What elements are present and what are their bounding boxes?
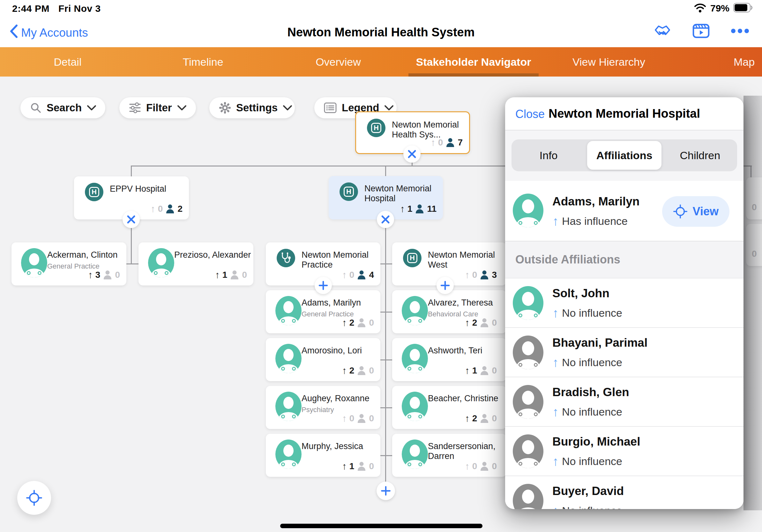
- panel-tab-affiliations[interactable]: Affiliations: [587, 141, 661, 170]
- tab-timeline[interactable]: Timeline: [135, 47, 270, 77]
- doctor-avatar: [402, 439, 428, 469]
- recenter-button[interactable]: [17, 481, 51, 515]
- connector-line: [380, 407, 392, 408]
- crosshair-icon: [26, 490, 42, 506]
- org-node-amorosino-lori[interactable]: Amorosino, Lori ↑2 0: [266, 338, 380, 381]
- tab-map[interactable]: Map: [676, 47, 762, 77]
- org-node-partial[interactable]: 0: [746, 177, 762, 220]
- settings-button[interactable]: Settings: [209, 97, 295, 118]
- filter-button[interactable]: Filter: [119, 97, 196, 118]
- affiliation-row[interactable]: Buyer, David ↑No influence: [505, 476, 743, 509]
- influence-arrow-icon: ↑: [552, 454, 559, 469]
- outside-affiliations-header: Outside Affiliations: [505, 241, 743, 279]
- doctor-avatar: [513, 385, 543, 419]
- influence-label: No influence: [562, 504, 622, 509]
- influence-arrow-icon: ↑: [552, 306, 559, 320]
- chevron-down-icon: [177, 105, 187, 111]
- org-node-beacher-christine[interactable]: Beacher, Christine ↑2 0: [392, 386, 506, 429]
- org-node-prezioso-alexander[interactable]: Prezioso, Alexander ↑1 0: [138, 242, 253, 286]
- org-node-murphy-jessica[interactable]: Murphy, Jessica ↑1 0: [266, 434, 380, 477]
- panel-tab-info[interactable]: Info: [511, 139, 585, 171]
- connector-line: [380, 312, 392, 312]
- up-arrow-icon: ↑: [342, 461, 347, 472]
- influence-arrow-icon: ↑: [552, 214, 559, 229]
- expand-node-button[interactable]: [436, 277, 454, 294]
- org-node-alvarez-theresa[interactable]: Alvarez, Theresa Behavioral Care ↑2 0: [392, 290, 506, 333]
- nav-bar: My Accounts Newton Memorial Health Syste…: [0, 17, 762, 47]
- up-arrow-icon: ↑: [342, 317, 347, 328]
- connector-line: [380, 455, 392, 456]
- connector-line: [385, 166, 386, 177]
- person-icon: [357, 270, 366, 280]
- hospital-icon: H: [367, 119, 385, 137]
- person-icon: [480, 366, 489, 375]
- battery-percent: 79%: [710, 3, 729, 14]
- person-icon: [480, 270, 489, 280]
- collapse-node-button[interactable]: [122, 211, 140, 228]
- up-arrow-icon: ↑: [465, 317, 470, 328]
- close-x-icon: [381, 215, 390, 224]
- affiliate-name: Bhayani, Parimal: [552, 336, 648, 350]
- influence-label: No influence: [562, 455, 622, 468]
- affiliation-row[interactable]: Solt, John ↑No influence: [505, 279, 743, 328]
- affiliate-name: Adams, Marilyn: [552, 195, 640, 208]
- affiliation-row-primary[interactable]: Adams, Marilyn ↑ Has influence View: [505, 181, 743, 241]
- tab-detail[interactable]: Detail: [0, 47, 135, 77]
- person-icon: [230, 270, 239, 280]
- connector-line: [126, 263, 138, 264]
- chevron-down-icon: [283, 105, 292, 111]
- person-icon: [357, 366, 366, 375]
- detail-panel: Close Newton Memorial Hospital Info Affi…: [505, 97, 743, 509]
- more-options-icon[interactable]: [731, 29, 749, 33]
- hospital-icon: H: [85, 183, 104, 201]
- affiliate-name: Buyer, David: [552, 485, 624, 498]
- affiliate-name: Burgio, Michael: [552, 435, 640, 448]
- view-button[interactable]: View: [662, 196, 729, 227]
- close-x-icon: [408, 150, 417, 159]
- person-icon: [415, 204, 424, 214]
- collapse-node-button[interactable]: [377, 211, 394, 228]
- plus-icon: [319, 281, 328, 290]
- affiliation-row[interactable]: Burgio, Michael ↑No influence: [505, 427, 743, 476]
- expand-node-button[interactable]: [315, 277, 332, 294]
- connector-line: [385, 220, 386, 491]
- org-node-adams-marilyn[interactable]: Adams, Marilyn General Practice ↑2 0: [266, 290, 380, 333]
- collapse-node-button[interactable]: [403, 146, 420, 163]
- connector-line: [750, 166, 751, 178]
- influence-arrow-icon: ↑: [552, 503, 559, 509]
- doctor-avatar: [148, 248, 174, 278]
- handshake-icon[interactable]: [653, 23, 671, 39]
- status-indicators: 79%: [694, 3, 753, 14]
- org-node-sandersersonian-darren[interactable]: Sandersersonian, Darren ↑0 0: [392, 434, 506, 477]
- doctor-avatar: [513, 286, 543, 320]
- hospital-icon: H: [403, 249, 421, 267]
- tab-view-hierarchy[interactable]: View Hierarchy: [541, 47, 676, 77]
- search-button[interactable]: Search: [21, 97, 105, 118]
- plus-icon: [440, 281, 450, 290]
- close-x-icon: [127, 215, 136, 224]
- influence-label: No influence: [562, 406, 622, 418]
- org-node-ashworth-teri[interactable]: Ashworth, Teri ↑1 0: [392, 338, 506, 381]
- person-icon: [480, 414, 489, 423]
- search-label: Search: [46, 102, 82, 114]
- filter-sliders-icon: [129, 102, 141, 113]
- panel-tabs-area: Info Affiliations Children: [505, 130, 743, 181]
- video-clapper-icon[interactable]: [692, 23, 710, 39]
- up-arrow-icon: ↑: [342, 270, 347, 280]
- connector-line: [380, 263, 392, 264]
- expand-branch-button[interactable]: [377, 482, 395, 500]
- affiliate-name: Bradish, Glen: [552, 386, 629, 399]
- affiliation-row[interactable]: Bhayani, Parimal ↑No influence: [505, 328, 743, 377]
- doctor-avatar: [402, 344, 428, 373]
- person-icon: [357, 414, 366, 423]
- status-time-date: 2:44 PMFri Nov 3: [12, 3, 101, 14]
- org-node-aughey-roxanne[interactable]: Aughey, Roxanne Psychiatry ↑0 0: [266, 386, 380, 429]
- affiliation-row[interactable]: Bradish, Glen ↑No influence: [505, 377, 743, 427]
- tab-overview[interactable]: Overview: [270, 47, 406, 77]
- panel-tab-children[interactable]: Children: [663, 139, 737, 171]
- org-node-partial[interactable]: 0: [746, 224, 762, 266]
- up-arrow-icon: ↑: [342, 413, 347, 424]
- org-node-ackerman-clinton[interactable]: Ackerman, Clinton General Practice ↑3 0: [12, 242, 126, 286]
- tab-stakeholder-navigator[interactable]: Stakeholder Navigator: [406, 47, 541, 77]
- home-indicator[interactable]: [280, 524, 483, 528]
